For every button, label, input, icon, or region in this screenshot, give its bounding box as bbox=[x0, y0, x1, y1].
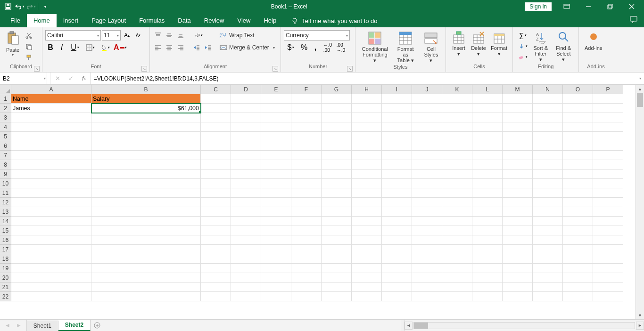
cell-A6[interactable] bbox=[11, 141, 91, 151]
redo-icon[interactable]: ▾ bbox=[25, 1, 36, 12]
merge-center-button[interactable]: Merge & Center▾ bbox=[218, 42, 277, 53]
cell-P16[interactable] bbox=[593, 235, 623, 245]
cell-N22[interactable] bbox=[533, 292, 563, 301]
scroll-up-icon[interactable]: ▲ bbox=[636, 85, 644, 93]
row-header-4[interactable]: 4 bbox=[0, 122, 11, 132]
cell-G4[interactable] bbox=[322, 122, 352, 132]
cell-D20[interactable] bbox=[231, 273, 261, 283]
cell-I18[interactable] bbox=[382, 254, 412, 264]
tab-view[interactable]: View bbox=[231, 14, 257, 27]
cell-K13[interactable] bbox=[442, 207, 472, 217]
cell-C11[interactable] bbox=[201, 188, 231, 198]
cell-I7[interactable] bbox=[382, 151, 412, 160]
col-header-H[interactable]: H bbox=[352, 85, 382, 94]
align-bottom-icon[interactable] bbox=[175, 30, 186, 40]
cell-B1[interactable]: Salary bbox=[91, 94, 201, 104]
name-box[interactable]: B2 ▾ bbox=[0, 73, 47, 84]
cell-G8[interactable] bbox=[322, 160, 352, 170]
cell-A5[interactable] bbox=[11, 132, 91, 141]
cell-L17[interactable] bbox=[472, 245, 503, 254]
cell-J10[interactable] bbox=[412, 179, 442, 188]
increase-decimal-icon[interactable]: ←.0.00 bbox=[322, 42, 334, 53]
cell-E21[interactable] bbox=[261, 283, 291, 292]
cell-C12[interactable] bbox=[201, 198, 231, 207]
cell-J16[interactable] bbox=[412, 235, 442, 245]
insert-function-icon[interactable]: fx bbox=[77, 75, 91, 82]
cell-K5[interactable] bbox=[442, 132, 472, 141]
cell-F8[interactable] bbox=[291, 160, 322, 170]
cell-G12[interactable] bbox=[322, 198, 352, 207]
row-header-7[interactable]: 7 bbox=[0, 151, 11, 160]
cell-L5[interactable] bbox=[472, 132, 503, 141]
cell-M21[interactable] bbox=[503, 283, 533, 292]
cell-K21[interactable] bbox=[442, 283, 472, 292]
cell-O8[interactable] bbox=[563, 160, 593, 170]
minimize-icon[interactable] bbox=[578, 0, 599, 13]
cell-C17[interactable] bbox=[201, 245, 231, 254]
cell-J22[interactable] bbox=[412, 292, 442, 301]
cell-J19[interactable] bbox=[412, 264, 442, 273]
cell-J17[interactable] bbox=[412, 245, 442, 254]
cell-D10[interactable] bbox=[231, 179, 261, 188]
cell-E16[interactable] bbox=[261, 235, 291, 245]
cell-H16[interactable] bbox=[352, 235, 382, 245]
cell-L13[interactable] bbox=[472, 207, 503, 217]
cell-K14[interactable] bbox=[442, 217, 472, 226]
cell-H10[interactable] bbox=[352, 179, 382, 188]
cell-P4[interactable] bbox=[593, 122, 623, 132]
row-header-19[interactable]: 19 bbox=[0, 264, 11, 273]
cell-M22[interactable] bbox=[503, 292, 533, 301]
cell-P22[interactable] bbox=[593, 292, 623, 301]
cell-B3[interactable] bbox=[91, 113, 201, 122]
cell-C10[interactable] bbox=[201, 179, 231, 188]
cell-I3[interactable] bbox=[382, 113, 412, 122]
cell-H17[interactable] bbox=[352, 245, 382, 254]
cell-D15[interactable] bbox=[231, 226, 261, 235]
col-header-N[interactable]: N bbox=[533, 85, 563, 94]
col-header-B[interactable]: B bbox=[91, 85, 201, 94]
cell-I19[interactable] bbox=[382, 264, 412, 273]
tab-review[interactable]: Review bbox=[198, 14, 231, 27]
cell-A20[interactable] bbox=[11, 273, 91, 283]
cell-N11[interactable] bbox=[533, 188, 563, 198]
cell-C9[interactable] bbox=[201, 170, 231, 179]
cell-H2[interactable] bbox=[352, 104, 382, 113]
cell-N3[interactable] bbox=[533, 113, 563, 122]
clipboard-launcher-icon[interactable]: ↘ bbox=[34, 66, 40, 72]
cell-L18[interactable] bbox=[472, 254, 503, 264]
customize-qat-icon[interactable]: ▾ bbox=[40, 1, 50, 12]
border-button[interactable]: ▾ bbox=[83, 42, 97, 53]
cell-L1[interactable] bbox=[472, 94, 503, 104]
cell-A9[interactable] bbox=[11, 170, 91, 179]
cell-J14[interactable] bbox=[412, 217, 442, 226]
paste-button[interactable]: Paste ▾ bbox=[3, 30, 23, 58]
cell-B13[interactable] bbox=[91, 207, 201, 217]
addins-button[interactable]: Add-ins bbox=[582, 30, 605, 52]
cell-F3[interactable] bbox=[291, 113, 322, 122]
cell-H4[interactable] bbox=[352, 122, 382, 132]
cell-L6[interactable] bbox=[472, 141, 503, 151]
cell-F7[interactable] bbox=[291, 151, 322, 160]
cell-D2[interactable] bbox=[231, 104, 261, 113]
row-header-6[interactable]: 6 bbox=[0, 141, 11, 151]
cell-J1[interactable] bbox=[412, 94, 442, 104]
col-header-I[interactable]: I bbox=[382, 85, 412, 94]
cell-K9[interactable] bbox=[442, 170, 472, 179]
cell-E11[interactable] bbox=[261, 188, 291, 198]
cell-G20[interactable] bbox=[322, 273, 352, 283]
cell-L9[interactable] bbox=[472, 170, 503, 179]
cell-N9[interactable] bbox=[533, 170, 563, 179]
cell-N7[interactable] bbox=[533, 151, 563, 160]
cell-B8[interactable] bbox=[91, 160, 201, 170]
cell-K2[interactable] bbox=[442, 104, 472, 113]
tab-data[interactable]: Data bbox=[171, 14, 197, 27]
cell-D7[interactable] bbox=[231, 151, 261, 160]
cell-K8[interactable] bbox=[442, 160, 472, 170]
cell-I21[interactable] bbox=[382, 283, 412, 292]
cell-C18[interactable] bbox=[201, 254, 231, 264]
cell-L16[interactable] bbox=[472, 235, 503, 245]
format-as-table-button[interactable]: Format asTable ▾ bbox=[392, 30, 420, 64]
cell-D3[interactable] bbox=[231, 113, 261, 122]
cell-A22[interactable] bbox=[11, 292, 91, 301]
cell-I11[interactable] bbox=[382, 188, 412, 198]
